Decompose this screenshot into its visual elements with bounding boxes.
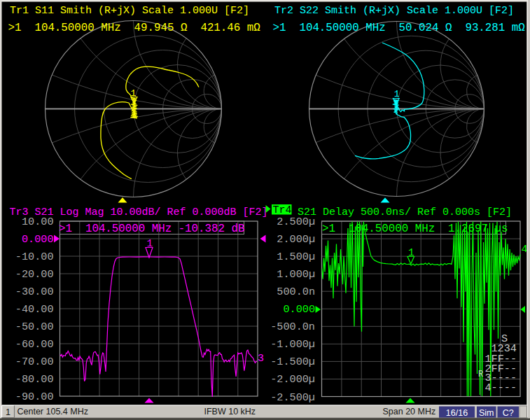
svg-text:1: 1 <box>394 89 400 99</box>
svg-text:2.500µ: 2.500µ <box>277 216 315 228</box>
svg-text:Tr1 S11 Smith (R+jX) Scale 1.0: Tr1 S11 Smith (R+jX) Scale 1.000U [F2] <box>10 5 249 17</box>
svg-text:>1 104.50000 MHz 50.024 Ω 9: >1 104.50000 MHz 50.024 Ω 93.281 mΩ <box>273 22 526 34</box>
svg-text:-80.00: -80.00 <box>15 373 54 386</box>
svg-text:-20.00: -20.00 <box>15 268 54 281</box>
svg-text:16/16: 16/16 <box>446 408 468 418</box>
svg-text:>1 104.50000 MHz 1.2697 µs: >1 104.50000 MHz 1.2697 µs <box>322 223 508 235</box>
svg-text:10.00: 10.00 <box>22 216 54 228</box>
svg-text:4----: 4---- <box>485 382 517 394</box>
svg-text:-2.000µ: -2.000µ <box>270 373 315 386</box>
svg-text:-30.00: -30.00 <box>15 286 54 298</box>
svg-text:Center 105.4 MHz: Center 105.4 MHz <box>18 407 88 416</box>
svg-text:Tr2 S22 Smith (R+jX) Scale 1.0: Tr2 S22 Smith (R+jX) Scale 1.000U [F2] <box>274 5 514 17</box>
svg-text:-1.500µ: -1.500µ <box>270 356 315 368</box>
svg-text:-70.00: -70.00 <box>15 356 54 368</box>
svg-text:R: R <box>478 370 483 379</box>
svg-text:-40.00: -40.00 <box>15 303 54 316</box>
svg-text:-90.00: -90.00 <box>15 391 54 403</box>
svg-text:S21 Delay 500.0ns/ Ref 0.000s: S21 Delay 500.0ns/ Ref 0.000s [F2] <box>298 206 512 218</box>
svg-text:1.000µ: 1.000µ <box>277 268 315 281</box>
svg-text:3: 3 <box>258 353 264 365</box>
svg-text:-60.00: -60.00 <box>15 338 54 351</box>
svg-text:2.000µ: 2.000µ <box>277 233 315 246</box>
svg-text:-500.0n: -500.0n <box>270 321 315 333</box>
svg-text:>1 104.50000 MHz 49.945 Ω 4: >1 104.50000 MHz 49.945 Ω 421.46 mΩ <box>8 22 261 34</box>
svg-text:-2.500µ: -2.500µ <box>270 391 315 404</box>
svg-text:IFBW 10 kHz: IFBW 10 kHz <box>204 407 256 416</box>
svg-text:-10.00: -10.00 <box>15 251 54 263</box>
svg-text:Sim: Sim <box>479 408 494 418</box>
svg-text:-1.000µ: -1.000µ <box>270 338 315 351</box>
svg-text:C?: C? <box>503 408 514 418</box>
svg-text:Span 20 MHz: Span 20 MHz <box>383 407 436 416</box>
svg-text:Tr4: Tr4 <box>273 204 292 216</box>
svg-text:-50.00: -50.00 <box>15 321 54 333</box>
svg-text:0.000: 0.000 <box>22 233 54 246</box>
svg-text:4: 4 <box>522 244 528 255</box>
svg-text:500.0n: 500.0n <box>277 286 315 298</box>
svg-text:1: 1 <box>6 407 11 417</box>
svg-text:1.500µ: 1.500µ <box>277 251 315 263</box>
svg-text:>1 104.50000 MHz -10.382 dB: >1 104.50000 MHz -10.382 dB <box>59 223 244 235</box>
svg-text:0.000: 0.000 <box>283 303 315 316</box>
